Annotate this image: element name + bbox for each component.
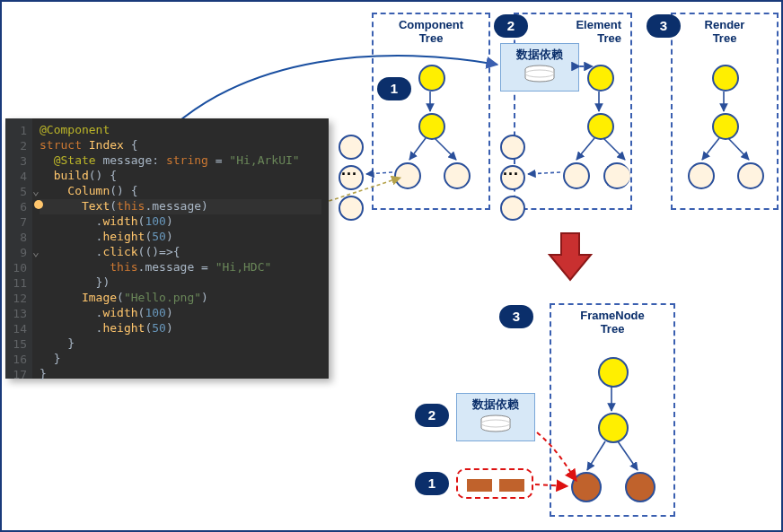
code-line: Text(this.message) — [40, 199, 321, 214]
chain-node-bot — [339, 196, 364, 221]
comp-root-node — [418, 65, 445, 92]
code-line: .width(100) — [40, 214, 321, 230]
code-line: struct Index { — [40, 138, 321, 153]
badge-1-top: 1 — [377, 77, 411, 100]
chain-node-top — [339, 135, 364, 160]
attr-chip-height — [499, 479, 524, 492]
diagram-canvas: Component Tree Element Tree Render Tree … — [0, 0, 783, 532]
code-line: } — [40, 367, 321, 382]
code-line: }) — [40, 275, 321, 291]
component-tree-box: Component Tree — [372, 13, 490, 210]
code-line: build() { — [40, 169, 321, 184]
tree-title-line2: Tree — [419, 31, 444, 45]
component-tree-title: Component Tree — [374, 14, 488, 45]
code-line: Image("Hello.png") — [40, 291, 321, 306]
badge-1-bottom: 1 — [415, 472, 449, 495]
fn-root-node — [598, 357, 629, 388]
elem-leaf-b — [603, 162, 630, 189]
tree-title-line1: Render — [705, 18, 745, 31]
attribute-chips-box — [456, 468, 533, 499]
render-child-node — [712, 113, 739, 140]
data-dependency-box-bottom: 数据依赖 — [456, 393, 535, 441]
tree-title-line2: Tree — [713, 31, 737, 45]
code-lines: @Componentstruct Index { @State message:… — [32, 118, 329, 379]
data-dependency-box-top: 数据依赖 — [500, 43, 579, 92]
code-line: this.message = "Hi,HDC" — [40, 260, 321, 275]
code-line: } — [40, 352, 321, 367]
fn-child-node — [598, 413, 629, 443]
tree-title-line2: Tree — [597, 31, 621, 45]
svg-marker-2 — [550, 233, 591, 280]
render-leaf-a — [688, 162, 715, 189]
attr-chip-width — [467, 479, 492, 492]
code-line: ⌄ Column() { — [40, 184, 321, 199]
code-line: @Component — [40, 123, 321, 138]
tree-title-line2: Tree — [601, 322, 625, 336]
chain-ellipsis: ··· — [341, 165, 357, 184]
database-cylinder-icon — [479, 414, 512, 434]
comp-leaf-text — [394, 162, 421, 189]
element-tree-box: Element Tree — [514, 13, 632, 210]
lightbulb-icon — [34, 200, 43, 209]
elem-child-node — [587, 113, 614, 140]
elem-leaf-a — [563, 162, 590, 189]
code-line: } — [40, 336, 321, 352]
code-line: .height(50) — [40, 321, 321, 336]
code-gutter: 1234567891011121314151617 — [5, 118, 32, 379]
data-dependency-label: 数据依赖 — [501, 44, 578, 63]
code-line: @State message: string = "Hi,ArkUI" — [40, 153, 321, 169]
framenode-tree-title: FrameNode Tree — [551, 305, 673, 336]
fn-leaf-text — [571, 472, 602, 502]
transform-arrow — [548, 231, 593, 282]
render-leaf-b — [737, 162, 764, 189]
badge-2-top: 2 — [494, 14, 528, 38]
comp-child-node — [418, 113, 445, 140]
badge-2-bottom: 2 — [415, 404, 449, 427]
data-dependency-label-bottom: 数据依赖 — [457, 394, 534, 413]
render-tree-title: Render Tree — [673, 14, 777, 45]
badge-3-top: 3 — [647, 14, 681, 38]
elem-root-node — [587, 65, 614, 92]
chain2-node-top — [500, 135, 525, 160]
render-tree-box: Render Tree — [671, 13, 779, 210]
code-editor: 1234567891011121314151617 @Componentstru… — [5, 118, 329, 379]
code-line: .width(100) — [40, 306, 321, 321]
tree-title-line1: Element — [576, 18, 621, 31]
database-cylinder-icon — [523, 65, 556, 84]
chain2-node-bot — [500, 196, 525, 221]
chain2-ellipsis: ··· — [503, 165, 519, 184]
render-root-node — [712, 65, 739, 92]
comp-leaf-image — [444, 162, 471, 189]
badge-3-bottom: 3 — [499, 305, 533, 328]
code-line: .height(50) — [40, 230, 321, 245]
fn-leaf-image — [625, 472, 655, 502]
tree-title-line1: FrameNode — [580, 309, 645, 322]
tree-title-line1: Component — [399, 18, 463, 31]
code-line: ⌄ .click(()=>{ — [40, 245, 321, 260]
framenode-tree-box: FrameNode Tree — [550, 303, 675, 517]
element-tree-title: Element Tree — [515, 14, 630, 45]
